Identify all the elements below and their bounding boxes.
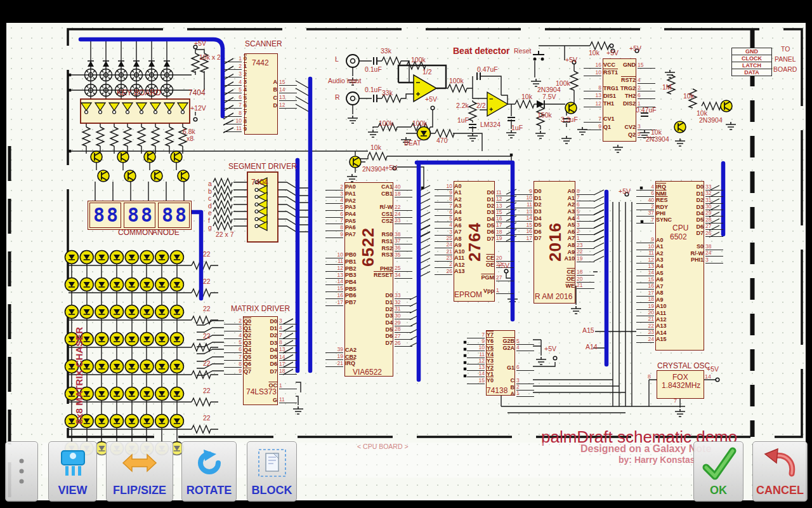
pin-label: D6 xyxy=(532,229,544,235)
pin-label: D xyxy=(250,102,279,109)
pin-number: 23 xyxy=(577,242,594,249)
pin-label: A2 xyxy=(547,201,577,208)
pin-label: 7 xyxy=(242,110,249,116)
more-options-button[interactable] xyxy=(5,441,38,502)
pin-row: PHI225 xyxy=(365,265,412,272)
pin-label: D6 xyxy=(676,224,705,230)
pin-row: OE22 xyxy=(467,262,514,268)
pin-row: 22A13 xyxy=(636,323,674,329)
pin-number: 40 xyxy=(395,184,412,190)
pin-number: 18 xyxy=(577,269,594,276)
pin-label: CA2 xyxy=(343,347,358,353)
pin-number: 1 xyxy=(279,382,297,389)
pin-number: 4 xyxy=(224,332,242,339)
pin-row: 3A7 xyxy=(435,229,467,235)
ic-2016-pins-left: 9D010D111D213D314D415D516D617D7 xyxy=(514,188,544,242)
pin-label: D4 xyxy=(676,210,705,217)
pin-label: CB1 xyxy=(365,190,395,197)
pin-label: D2 xyxy=(250,332,279,338)
pin-label: 4 xyxy=(242,86,249,93)
pin-row: 37PHI xyxy=(636,210,674,217)
pin-number: 22 xyxy=(636,323,654,330)
pin-row: B14 xyxy=(250,86,297,93)
pin-label: A10 xyxy=(452,248,467,255)
pin-row: 15PB5 xyxy=(325,285,358,292)
pin-number: 19 xyxy=(325,353,343,360)
pin-label: A xyxy=(487,391,516,397)
pin-row: D429 xyxy=(676,210,723,217)
pin-row: 19A10 xyxy=(636,303,674,309)
pin-label: 3 xyxy=(242,79,249,85)
pin-number: 17 xyxy=(514,235,532,242)
pin-label: TH2 xyxy=(608,93,638,99)
view-button[interactable]: VIEW xyxy=(48,441,97,502)
pin-number: 3 xyxy=(705,257,723,264)
pin-row: 12PB2 xyxy=(325,265,358,272)
pin-row: 21IRQ xyxy=(325,360,358,367)
pin-number: 29 xyxy=(395,319,412,326)
pin-number: 27 xyxy=(395,333,412,340)
rotate-button[interactable]: ROTATE xyxy=(181,441,237,502)
pin-number: 3 xyxy=(577,222,594,229)
pin-label: G2A xyxy=(487,345,516,351)
pin-row: D213 xyxy=(467,203,514,209)
pin-row: D627 xyxy=(676,224,723,230)
pin-label: D0 xyxy=(365,292,395,298)
pin-label: D0 xyxy=(467,189,496,196)
pin-row: 54 xyxy=(224,86,249,93)
pin-label: A10 xyxy=(654,303,669,309)
pin-label: A7 xyxy=(452,229,464,235)
pin-label: 6 xyxy=(242,102,249,109)
pin-row: RS335 xyxy=(365,251,412,258)
pin-label: R/-W xyxy=(365,204,395,210)
pin-row: 3PA1 xyxy=(325,190,358,197)
pin-row: A823 xyxy=(547,242,594,249)
pin-number: 14 xyxy=(279,86,297,93)
pin-number: 15 xyxy=(467,377,485,384)
pin-row xyxy=(365,279,412,286)
pin-number: 15 xyxy=(325,285,343,292)
pin-row xyxy=(365,258,412,265)
ok-button[interactable]: OK xyxy=(693,441,743,502)
pin-label: Vpp xyxy=(467,288,496,294)
pin-label: PB7 xyxy=(343,299,358,305)
pin-label: A9 xyxy=(654,297,665,303)
pin-row: 21A12 xyxy=(636,316,674,323)
pin-number: 2 xyxy=(224,318,242,324)
pin-row: 4A6 xyxy=(435,222,467,229)
pin-number: 7 xyxy=(325,217,343,224)
pin-number: 15 xyxy=(514,222,532,229)
pin-label: CS2 xyxy=(365,218,395,224)
pin-number: 12 xyxy=(636,257,654,264)
pin-row: D726 xyxy=(365,340,412,347)
pin-row: D315 xyxy=(467,209,514,215)
pin-row: D726 xyxy=(676,230,723,236)
ic-2764-pins-right: D011D112D213D315D416D517D618D719CE20OE22… xyxy=(467,183,514,294)
pin-number: 6 xyxy=(325,211,343,218)
pin-label: RS1 xyxy=(365,238,395,244)
pin-number: 14 xyxy=(279,354,297,361)
pin-number: 7 xyxy=(224,354,242,361)
pin-number: 11 xyxy=(325,258,343,265)
pin-row: 13D3 xyxy=(514,208,544,215)
pin-number: 4 xyxy=(279,324,297,331)
pin-label: B xyxy=(250,86,279,93)
pin-row: 43 xyxy=(224,78,249,86)
pin-label: A5 xyxy=(547,222,577,228)
cancel-button[interactable]: CANCEL xyxy=(752,441,808,502)
pin-label: A9 xyxy=(452,242,464,248)
pin-number: 4 xyxy=(636,184,654,190)
pin-row: CV23 xyxy=(608,123,655,131)
pin-row: Vpp1 xyxy=(467,288,514,294)
flip-size-button[interactable]: FLIP/SIZE xyxy=(106,441,173,502)
pin-label: D2 xyxy=(467,203,496,209)
pin-row xyxy=(365,224,412,231)
pin-label: RS0 xyxy=(365,231,395,237)
pin-number: 17 xyxy=(325,299,343,306)
block-button[interactable]: BLOCK xyxy=(247,441,297,502)
pin-row xyxy=(250,389,297,396)
pin-label: A6 xyxy=(654,276,665,283)
pin-label: PA2 xyxy=(343,197,358,204)
pin-number: 1 xyxy=(577,235,594,242)
pin-number: 33 xyxy=(705,184,723,190)
